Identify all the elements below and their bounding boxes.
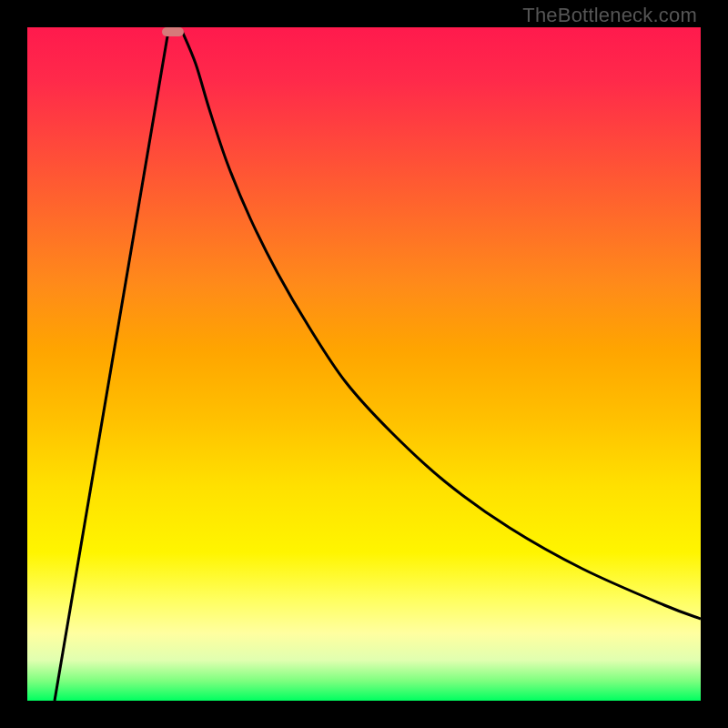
plot-area xyxy=(27,27,701,701)
watermark-text: TheBottleneck.com xyxy=(522,4,697,27)
right-branch-curve xyxy=(182,31,701,619)
left-branch-line xyxy=(55,31,168,701)
minimum-marker xyxy=(162,27,184,36)
chart-container: TheBottleneck.com xyxy=(0,0,728,728)
curve-svg xyxy=(27,27,701,701)
